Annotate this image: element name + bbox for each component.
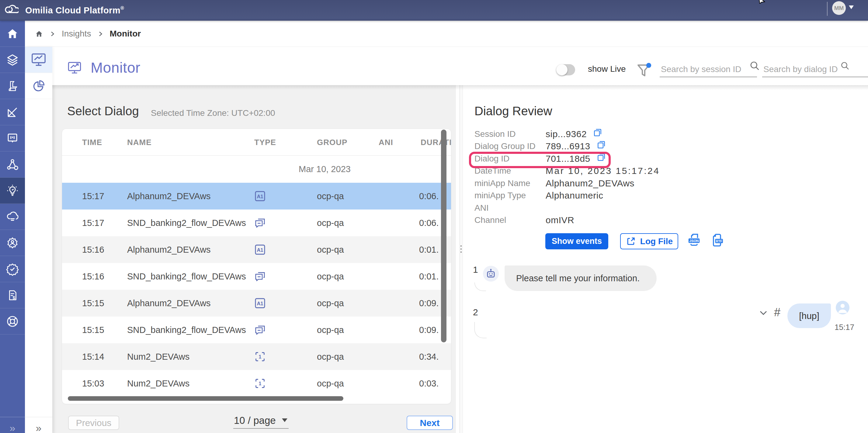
svg-text:RTF: RTF [716, 239, 722, 243]
svg-text:JSON: JSON [689, 239, 699, 243]
svg-text:A1: A1 [257, 247, 263, 253]
svg-text:A1: A1 [257, 301, 263, 307]
svg-text:$: $ [12, 295, 15, 300]
svg-text:1: 1 [259, 381, 261, 386]
svg-text:1: 1 [259, 354, 261, 360]
svg-text:A1: A1 [257, 194, 263, 199]
